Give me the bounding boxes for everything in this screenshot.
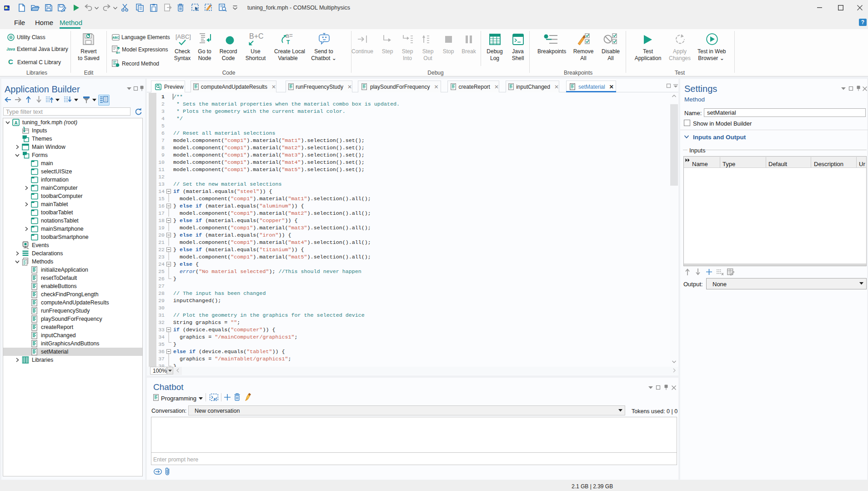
svg-text:A: A <box>14 121 17 126</box>
svg-text:ABC: ABC <box>112 36 119 39</box>
svg-text:T: T <box>286 39 290 46</box>
svg-text:a=: a= <box>116 51 120 55</box>
